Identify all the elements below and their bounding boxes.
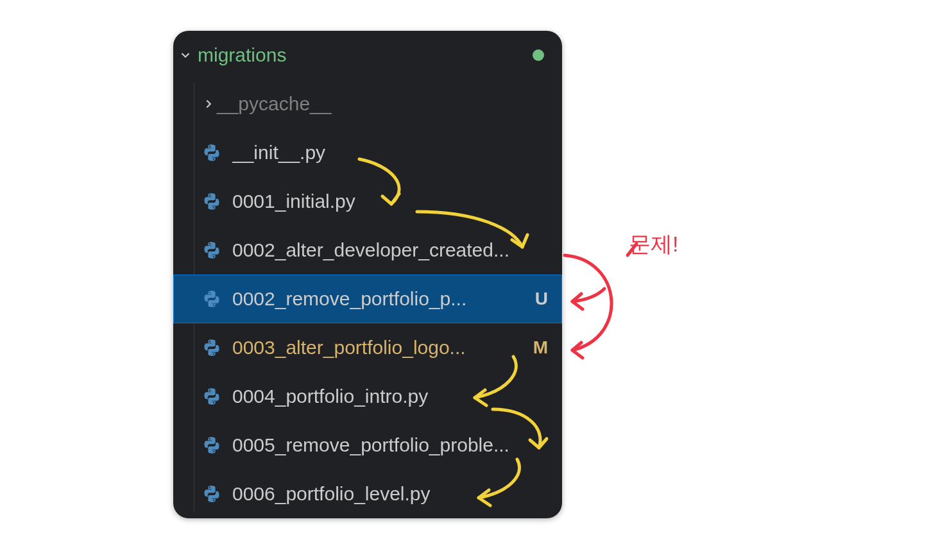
python-file-icon — [200, 385, 223, 408]
python-file-icon — [200, 336, 223, 359]
git-status-dot-icon — [533, 49, 544, 61]
file-item[interactable]: 0002_remove_portfolio_p...U — [173, 275, 562, 323]
file-item[interactable]: 0001_initial.py — [173, 177, 562, 226]
python-file-icon — [200, 190, 223, 213]
file-label: 0006_portfolio_level.py — [232, 483, 562, 505]
file-label: __init__.py — [232, 142, 562, 164]
file-label: 0002_remove_portfolio_p... — [232, 288, 562, 310]
file-label: 0004_portfolio_intro.py — [232, 386, 562, 407]
subfolder-label: __pycache__ — [217, 93, 331, 115]
python-file-icon — [200, 482, 223, 505]
git-status-badge: M — [533, 337, 548, 358]
file-label: 0002_alter_developer_created... — [232, 239, 562, 261]
file-label: 0003_alter_portfolio_logo... — [232, 337, 562, 359]
python-file-icon — [200, 141, 223, 164]
file-item[interactable]: 0006_portfolio_level.py — [173, 470, 562, 518]
file-label: 0001_initial.py — [232, 191, 562, 212]
python-file-icon — [200, 287, 223, 310]
file-tree-panel: migrations __pycache__ __init__.py0001_i… — [173, 31, 562, 518]
folder-label: migrations — [198, 44, 286, 66]
annotation-label: 문제! — [629, 230, 678, 259]
folder-migrations[interactable]: migrations — [173, 31, 562, 80]
chevron-down-icon — [173, 48, 198, 62]
file-item[interactable]: 0003_alter_portfolio_logo...M — [173, 323, 562, 372]
folder-pycache[interactable]: __pycache__ — [173, 80, 562, 128]
file-item[interactable]: 0002_alter_developer_created... — [173, 226, 562, 275]
python-file-icon — [200, 434, 223, 457]
file-item[interactable]: __init__.py — [173, 128, 562, 177]
file-item[interactable]: 0005_remove_portfolio_proble... — [173, 421, 562, 470]
file-label: 0005_remove_portfolio_proble... — [232, 434, 562, 456]
chevron-right-icon — [200, 97, 217, 111]
file-item[interactable]: 0004_portfolio_intro.py — [173, 372, 562, 421]
python-file-icon — [200, 239, 223, 262]
git-status-badge: U — [535, 289, 548, 309]
